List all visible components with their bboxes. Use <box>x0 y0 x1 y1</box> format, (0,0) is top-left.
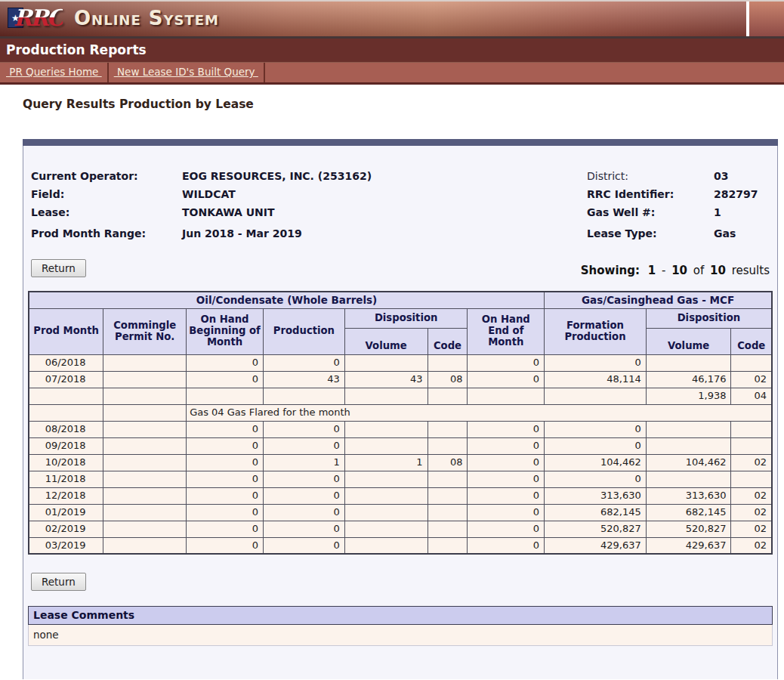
table-cell: 0 <box>187 471 264 487</box>
table-cell: 02 <box>731 521 772 537</box>
table-cell: 0 <box>263 487 344 504</box>
tab-new-lease-ids-built-query[interactable]: New Lease ID's Built Query <box>109 63 265 82</box>
table-cell <box>344 421 427 437</box>
table-cell <box>427 504 468 521</box>
texas-flag-icon: ★ RRC <box>8 5 63 31</box>
table-group-header-row: Oil/Condensate (Whole Barrels) Gas/Casin… <box>29 292 772 308</box>
table-row: 10/2018 011080104,462104,46202 <box>29 454 772 471</box>
table-cell: 0 <box>263 537 344 554</box>
table-cell: 0 <box>468 371 545 388</box>
table-cell <box>731 354 772 371</box>
table-cell: 06/2018 <box>29 354 103 371</box>
logo-bar: ★ RRC Online System <box>0 2 746 36</box>
table-cell <box>427 388 468 404</box>
district-value: 03 <box>714 167 728 185</box>
table-cell <box>427 471 468 487</box>
table-cell <box>344 537 427 554</box>
production-reports-bar: Production Reports <box>0 36 784 63</box>
table-cell: 682,145 <box>545 504 647 521</box>
table-cell <box>103 454 187 471</box>
showing-start: 1 <box>648 264 656 277</box>
col-header-prod-month: Prod Month <box>29 308 103 354</box>
table-cell: 08 <box>427 371 468 388</box>
table-cell <box>344 504 427 521</box>
table-row: 1,93804 <box>29 388 772 404</box>
table-cell: 0 <box>468 504 545 521</box>
rrc-identifier-value: 282797 <box>714 185 758 203</box>
table-cell: 08/2018 <box>29 421 103 437</box>
table-cell <box>427 437 468 454</box>
showing-label: Showing: <box>581 264 640 277</box>
table-cell: 0 <box>545 471 647 487</box>
table-cell <box>646 354 731 371</box>
table-cell <box>646 437 731 454</box>
table-cell: 0 <box>263 521 344 537</box>
table-cell: 43 <box>263 371 344 388</box>
table-cell: 02 <box>731 537 772 554</box>
table-cell <box>731 437 772 454</box>
table-cell: 0 <box>263 437 344 454</box>
table-cell <box>103 437 187 454</box>
gas-casinghead-group-header: Gas/Casinghead Gas - MCF <box>545 292 772 308</box>
table-cell <box>103 487 187 504</box>
return-button-bottom[interactable]: Return <box>31 573 86 591</box>
table-cell <box>427 521 468 537</box>
return-button-top[interactable]: Return <box>31 259 86 277</box>
col-header-code-gas: Code <box>731 328 772 354</box>
table-cell <box>263 388 344 404</box>
toolbar-row: Return Showing: 1 - 10 of 10 results <box>31 259 770 277</box>
current-operator-label: Current Operator: <box>31 167 182 185</box>
table-cell <box>103 421 187 437</box>
production-table: Oil/Condensate (Whole Barrels) Gas/Casin… <box>28 291 773 555</box>
table-cell: 0 <box>263 354 344 371</box>
table-cell: 104,462 <box>646 454 731 471</box>
prod-month-range-label: Prod Month Range: <box>31 224 182 243</box>
table-cell <box>103 504 187 521</box>
current-operator-value: EOG RESOURCES, INC. (253162) <box>182 167 372 185</box>
table-cell <box>103 471 187 487</box>
table-cell: 0 <box>468 354 545 371</box>
lease-info-left: Current Operator: EOG RESOURCES, INC. (2… <box>31 167 372 243</box>
table-cell: 313,630 <box>646 487 731 504</box>
table-cell <box>103 354 187 371</box>
table-cell <box>427 537 468 554</box>
table-cell: 520,827 <box>545 521 647 537</box>
col-header-volume-oil: Volume <box>344 328 427 354</box>
table-row: 12/2018 00 0313,630313,63002 <box>29 487 772 504</box>
col-header-production: Production <box>263 308 344 354</box>
col-header-commingle-permit: Commingle Permit No. <box>103 308 187 354</box>
showing-results-word: results <box>732 264 770 277</box>
app-header: ★ RRC Online System <box>0 0 784 36</box>
table-cell <box>344 388 427 404</box>
lease-comments-header: Lease Comments <box>28 606 773 625</box>
col-header-disposition-gas: Disposition <box>646 308 772 328</box>
tab-pr-queries-home[interactable]: PR Queries Home <box>1 63 109 82</box>
table-cell: 0 <box>187 421 264 437</box>
lease-info: Current Operator: EOG RESOURCES, INC. (2… <box>31 167 770 243</box>
table-cell <box>427 354 468 371</box>
table-row: 11/2018 00 00 <box>29 471 772 487</box>
lease-label: Lease: <box>31 203 182 221</box>
table-cell: 429,637 <box>646 537 731 554</box>
table-cell: 48,114 <box>545 371 647 388</box>
lease-comments-body: none <box>28 625 773 646</box>
table-cell: 0 <box>263 421 344 437</box>
table-cell: 04 <box>731 388 772 404</box>
online-system-title: Online System <box>74 7 219 29</box>
table-cell: 0 <box>545 437 647 454</box>
table-cell <box>29 388 103 404</box>
prod-month-range-value: Jun 2018 - Mar 2019 <box>182 224 302 243</box>
section-title: Production Reports <box>6 42 147 57</box>
table-cell <box>468 388 545 404</box>
tab-bar: PR Queries Home New Lease ID's Built Que… <box>0 63 784 85</box>
lease-info-right: District: 03 RRC Identifier: 282797 Gas … <box>587 167 770 243</box>
table-cell: 0 <box>263 471 344 487</box>
table-cell: 03/2019 <box>29 537 103 554</box>
table-cell: 11/2018 <box>29 471 103 487</box>
table-row: 01/2019 00 0682,145682,14502 <box>29 504 772 521</box>
col-header-on-hand-beginning: On Hand Beginning of Month <box>187 308 264 354</box>
gas-well-value: 1 <box>714 203 721 221</box>
table-cell: 43 <box>344 371 427 388</box>
table-row: 06/2018 00 00 <box>29 354 772 371</box>
table-cell: 0 <box>468 454 545 471</box>
